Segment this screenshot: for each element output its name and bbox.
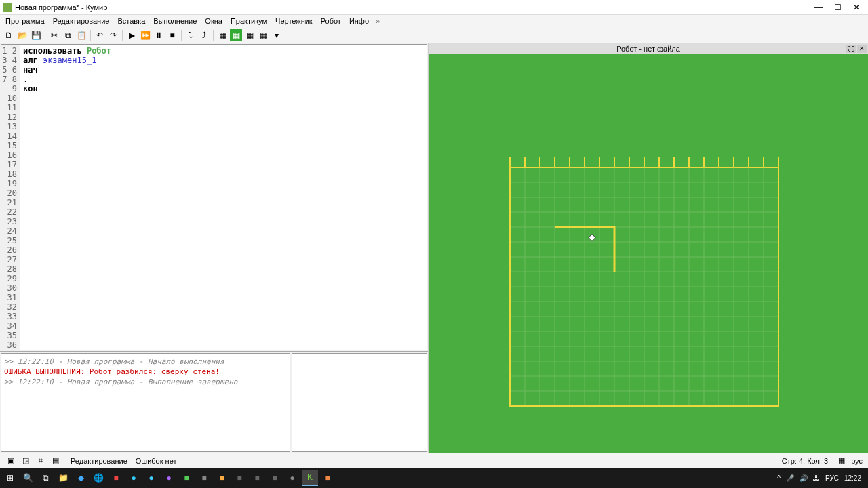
print-margin	[361, 45, 361, 350]
module-name: Робот	[87, 46, 111, 56]
taskbar-app-icon[interactable]: ●	[284, 470, 300, 486]
stepover-button[interactable]: ⤴	[198, 29, 210, 41]
maximize-button[interactable]: ☐	[829, 1, 846, 14]
skype-icon[interactable]: ●	[125, 470, 142, 486]
save-file-button[interactable]: 💾	[30, 29, 42, 41]
robot-title-label: Робот - нет файла	[616, 45, 680, 53]
status-mode: Редактирование	[71, 457, 127, 465]
menu-more-icon[interactable]: »	[373, 16, 382, 26]
taskbar-app-icon[interactable]: ■	[319, 470, 336, 486]
step-button[interactable]: ⤵	[184, 29, 197, 41]
kumir-taskbar-icon[interactable]: K	[302, 470, 318, 486]
keyword: кон	[23, 84, 38, 94]
app-icon	[3, 3, 12, 12]
cursor-position: Стр: 4, Кол: 3	[782, 457, 828, 465]
layout1-button[interactable]: ▦	[216, 29, 229, 41]
chrome-icon[interactable]: 🌐	[90, 470, 106, 486]
identifier: экзамен15_1	[43, 56, 96, 65]
tray-lang-label[interactable]: РУС	[825, 474, 839, 482]
menu-edit[interactable]: Редактирование	[49, 16, 114, 26]
new-file-button[interactable]: 🗋	[3, 29, 15, 41]
tray-mic-icon[interactable]: 🎤	[786, 474, 794, 482]
robot-panel-title: Робот - нет файла ⛶ ✕	[429, 43, 868, 54]
stop-button[interactable]: ■	[166, 29, 178, 41]
open-file-button[interactable]: 📂	[16, 29, 28, 41]
menu-run[interactable]: Выполнение	[149, 16, 201, 26]
toolbar-dropdown-icon[interactable]: ▾	[271, 29, 283, 41]
io-panel[interactable]	[292, 353, 427, 452]
run-fast-button[interactable]: ⏩	[139, 29, 151, 41]
output-console[interactable]: >> 12:22:10 - Новая программа - Начало в…	[1, 353, 290, 452]
error-line: ОШИБКА ВЫПОЛНЕНИЯ: Робот разбился: сверх…	[4, 367, 287, 377]
taskbar-app-icon[interactable]: ■	[231, 470, 248, 486]
line-gutter: 1 2 3 4 5 6 7 8 9 10 11 12 13 14 15 16 1…	[1, 45, 20, 350]
cut-button[interactable]: ✂	[48, 29, 60, 41]
minimize-button[interactable]: —	[810, 1, 827, 14]
menubar: Программа Редактирование Вставка Выполне…	[0, 15, 868, 27]
paste-button[interactable]: 📋	[75, 29, 87, 41]
layout2-button[interactable]: ▦	[230, 29, 242, 41]
status-icon[interactable]: ◲	[20, 455, 31, 466]
tray-chevron-icon[interactable]: ^	[777, 474, 781, 482]
window-title: Новая программа* - Кумир	[15, 3, 808, 12]
menu-program[interactable]: Программа	[1, 16, 49, 26]
taskbar-app-icon[interactable]: ◆	[73, 470, 89, 486]
separator	[213, 30, 214, 41]
code-editor[interactable]: 1 2 3 4 5 6 7 8 9 10 11 12 13 14 15 16 1…	[1, 44, 427, 350]
search-button[interactable]: 🔍	[20, 470, 36, 486]
svg-marker-56	[589, 234, 595, 241]
taskbar-app-icon[interactable]: ●	[143, 470, 159, 486]
undo-button[interactable]: ↶	[94, 29, 106, 41]
main-area: 1 2 3 4 5 6 7 8 9 10 11 12 13 14 15 16 1…	[0, 43, 868, 453]
status-icon[interactable]: ▤	[50, 455, 61, 466]
menu-robot[interactable]: Робот	[317, 16, 345, 26]
menu-practice[interactable]: Практикум	[226, 16, 271, 26]
layout3-button[interactable]: ▦	[243, 29, 256, 41]
status-icon[interactable]: ▦	[836, 455, 847, 466]
menu-info[interactable]: Инфо	[345, 16, 373, 26]
taskbar-app-icon[interactable]: ■	[267, 470, 283, 486]
robot-canvas[interactable]	[429, 54, 868, 453]
titlebar: Новая программа* - Кумир — ☐ ✕	[0, 0, 868, 15]
robot-close-button[interactable]: ✕	[857, 45, 867, 53]
tray-time-label[interactable]: 12:22	[844, 474, 861, 482]
taskview-button[interactable]: ⧉	[37, 470, 54, 486]
taskbar-app-icon[interactable]: ■	[108, 470, 124, 486]
status-errors: Ошибок нет	[136, 457, 177, 465]
keyword: алг	[23, 56, 43, 65]
tray-volume-icon[interactable]: 🔊	[800, 474, 808, 482]
menu-insert[interactable]: Вставка	[113, 16, 149, 26]
statusbar: ▣ ◲ ⌗ ▤ Редактирование Ошибок нет Стр: 4…	[0, 453, 868, 468]
robot-grid	[509, 146, 780, 417]
menu-windows[interactable]: Окна	[201, 16, 226, 26]
menu-drawer[interactable]: Чертежник	[271, 16, 317, 26]
robot-maximize-button[interactable]: ⛶	[846, 45, 856, 53]
keyword: нач	[23, 65, 38, 75]
code-area[interactable]: использовать Робот алг экзамен15_1 нач .…	[20, 45, 427, 350]
separator	[45, 30, 45, 41]
taskbar-app-icon[interactable]: ■	[249, 470, 265, 486]
copy-button[interactable]: ⧉	[62, 29, 74, 41]
layout4-button[interactable]: ▦	[257, 29, 269, 41]
run-button[interactable]: ▶	[125, 29, 138, 41]
robot-pane: Робот - нет файла ⛶ ✕	[429, 43, 868, 453]
toolbar: 🗋 📂 💾 ✂ ⧉ 📋 ↶ ↷ ▶ ⏩ ⏸ ■ ⤵ ⤴ ▦ ▦ ▦ ▦ ▾	[0, 27, 868, 43]
redo-button[interactable]: ↷	[107, 29, 119, 41]
start-button[interactable]: ⊞	[2, 470, 18, 486]
pause-button[interactable]: ⏸	[153, 29, 165, 41]
status-icon[interactable]: ▣	[5, 455, 16, 466]
taskbar-app-icon[interactable]: ■	[196, 470, 212, 486]
windows-taskbar: ⊞ 🔍 ⧉ 📁 ◆ 🌐 ■ ● ● ● ■ ■ ■ ■ ■ ■ ● K ■ ^ …	[0, 468, 868, 488]
code-text: .	[23, 75, 28, 84]
explorer-icon[interactable]: 📁	[55, 470, 71, 486]
status-lang: рус	[851, 457, 863, 465]
taskbar-app-icon[interactable]: ■	[214, 470, 230, 486]
status-icon[interactable]: ⌗	[35, 455, 46, 466]
taskbar-app-icon[interactable]: ■	[178, 470, 195, 486]
system-tray: ^ 🎤 🔊 🖧 РУС 12:22	[777, 474, 867, 482]
separator	[90, 30, 91, 41]
viber-icon[interactable]: ●	[161, 470, 177, 486]
tray-network-icon[interactable]: 🖧	[813, 474, 820, 482]
close-button[interactable]: ✕	[848, 1, 865, 14]
separator	[122, 30, 123, 41]
